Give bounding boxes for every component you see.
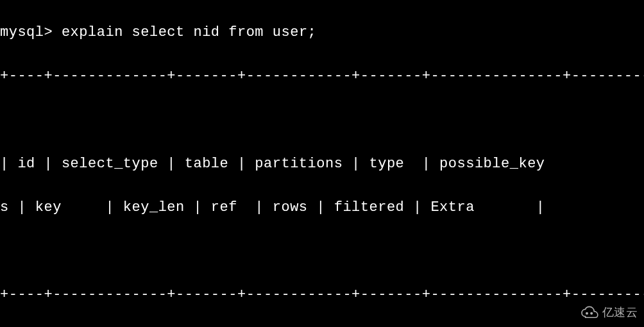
svg-point-0: [586, 312, 588, 315]
blank-line: [0, 240, 644, 262]
mysql-prompt: mysql>: [0, 24, 62, 40]
table-border-top: +----+-------------+-------+------------…: [0, 65, 644, 87]
table-border-mid: +----+-------------+-------+------------…: [0, 284, 644, 306]
table-header-line2: s | key | key_len | ref | rows | filtere…: [0, 197, 644, 219]
command-line: mysql> explain select nid from user;: [0, 22, 644, 44]
blank-line: [0, 109, 644, 131]
watermark-text: 亿速云: [602, 304, 638, 322]
svg-point-1: [590, 312, 593, 315]
watermark: 亿速云: [579, 304, 638, 322]
cloud-icon: [579, 306, 600, 320]
sql-command: explain select nid from user;: [62, 24, 316, 40]
terminal-output: mysql> explain select nid from user; +--…: [0, 0, 644, 327]
table-header-line1: | id | select_type | table | partitions …: [0, 153, 644, 175]
